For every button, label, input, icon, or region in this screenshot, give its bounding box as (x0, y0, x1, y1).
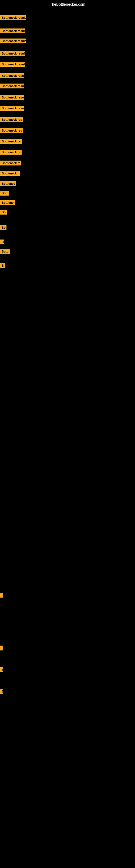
bottleneck-badge-10: Bottleneck res (0, 117, 23, 123)
bottleneck-badge-18: Bottlene (0, 200, 15, 206)
bottleneck-badge-22: Bottl (0, 249, 10, 255)
bottleneck-badge-8: Bottleneck resu (0, 95, 24, 101)
bottleneck-badge-7: Bottleneck resu (0, 84, 24, 90)
bottleneck-badge-27: B (0, 689, 3, 695)
bottleneck-badge-25: | (0, 646, 1, 652)
bottleneck-badge-17: Bott (0, 191, 9, 197)
bottleneck-badge-11: Bottleneck res (0, 128, 23, 134)
bottleneck-badge-21: B (0, 240, 4, 246)
bottleneck-badge-14: Bottleneck re (0, 161, 21, 166)
bottleneck-badge-3: Bottleneck result (0, 38, 26, 44)
bottleneck-badge-4: Bottleneck result (0, 51, 25, 57)
bottleneck-badge-5: Bottleneck result (0, 62, 25, 68)
bottleneck-badge-13: Bottleneck re (0, 150, 21, 156)
bottleneck-badge-24: | (0, 593, 1, 599)
site-title: TheBottlenecker.com (0, 0, 135, 9)
bottleneck-badge-16: Bottlenec (0, 181, 16, 187)
bottleneck-badge-20: Bo (0, 225, 6, 231)
bottleneck-badge-2: Bottleneck result (0, 29, 25, 34)
bottleneck-badge-26: B (0, 667, 3, 673)
bottleneck-badge-19: Bo (0, 210, 7, 216)
bottleneck-badge-9: Bottleneck resu (0, 106, 24, 112)
bottleneck-badge-1: Bottleneck result (0, 15, 26, 21)
bottleneck-badge-15: Bottleneck r (0, 171, 20, 177)
bottleneck-badge-6: Bottleneck resu (0, 73, 24, 79)
bottleneck-badge-12: Bottleneck re (0, 139, 22, 145)
bottleneck-badge-23: B (0, 263, 5, 269)
